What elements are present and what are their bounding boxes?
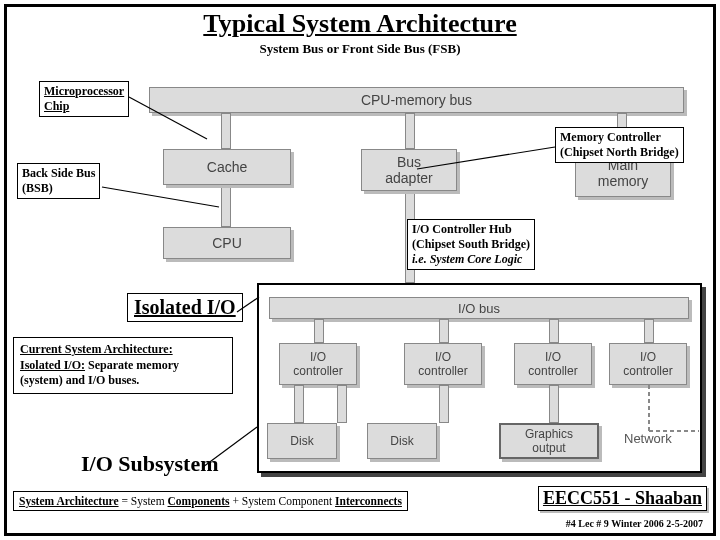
callout-l1: Current System Architecture: bbox=[20, 342, 173, 356]
io-subsystem-box: I/O bus I/O controller I/O controller I/… bbox=[257, 283, 702, 473]
current-architecture-callout: Current System Architecture: Isolated I/… bbox=[13, 337, 233, 394]
page-subtitle: System Bus or Front Side Bus (FSB) bbox=[7, 41, 713, 57]
connector bbox=[221, 113, 231, 149]
connector bbox=[549, 319, 559, 343]
io-subsystem-label: I/O Subsystem bbox=[81, 451, 219, 477]
callout-l2a: Isolated I/O: bbox=[20, 358, 85, 372]
hub-line3: i.e. System Core Logic bbox=[412, 252, 522, 266]
cpu-block: CPU bbox=[163, 227, 291, 259]
bus-adapter-block: Bus adapter bbox=[361, 149, 457, 191]
network-label: Network bbox=[624, 431, 672, 446]
cpu-memory-bus: CPU-memory bus bbox=[149, 87, 684, 113]
eq-pre: System Architecture bbox=[19, 495, 119, 507]
eq-inter: Interconnects bbox=[335, 495, 402, 507]
microprocessor-chip-label: Microprocessor Chip bbox=[39, 81, 129, 117]
connector bbox=[337, 385, 347, 423]
connector bbox=[405, 113, 415, 149]
connector bbox=[314, 319, 324, 343]
io-controller-block: I/O controller bbox=[404, 343, 482, 385]
io-controller-hub-label: I/O Controller Hub (Chipset South Bridge… bbox=[407, 219, 535, 270]
page-title: Typical System Architecture bbox=[7, 9, 713, 39]
slide-footer: #4 Lec # 9 Winter 2006 2-5-2007 bbox=[566, 518, 703, 529]
io-controller-block: I/O controller bbox=[609, 343, 687, 385]
io-controller-block: I/O controller bbox=[514, 343, 592, 385]
connector bbox=[439, 385, 449, 423]
isolated-io-label: Isolated I/O bbox=[127, 293, 243, 322]
course-label: EECC551 - Shaaban bbox=[538, 486, 707, 511]
callout-l3: (system) and I/O buses. bbox=[20, 373, 139, 387]
cache-block: Cache bbox=[163, 149, 291, 185]
connector bbox=[439, 319, 449, 343]
graphics-block: Graphics output bbox=[499, 423, 599, 459]
connector bbox=[221, 185, 231, 227]
disk-block: Disk bbox=[367, 423, 437, 459]
callout-l2b: Separate memory bbox=[85, 358, 179, 372]
io-controller-block: I/O controller bbox=[279, 343, 357, 385]
eq-mid: = System bbox=[119, 495, 168, 507]
connector bbox=[549, 385, 559, 423]
svg-line-3 bbox=[102, 187, 219, 207]
system-architecture-equation: System Architecture = System Components … bbox=[13, 491, 408, 511]
slide-frame: Typical System Architecture System Bus o… bbox=[4, 4, 716, 536]
memory-controller-label: Memory Controller (Chipset North Bridge) bbox=[555, 127, 684, 163]
disk-block: Disk bbox=[267, 423, 337, 459]
connector bbox=[294, 385, 304, 423]
hub-line2: (Chipset South Bridge) bbox=[412, 237, 530, 251]
eq-plus: + System Component bbox=[230, 495, 336, 507]
hub-line1: I/O Controller Hub bbox=[412, 222, 512, 236]
connector bbox=[644, 319, 654, 343]
eq-comp: Components bbox=[168, 495, 230, 507]
io-bus: I/O bus bbox=[269, 297, 689, 319]
back-side-bus-label: Back Side Bus (BSB) bbox=[17, 163, 100, 199]
